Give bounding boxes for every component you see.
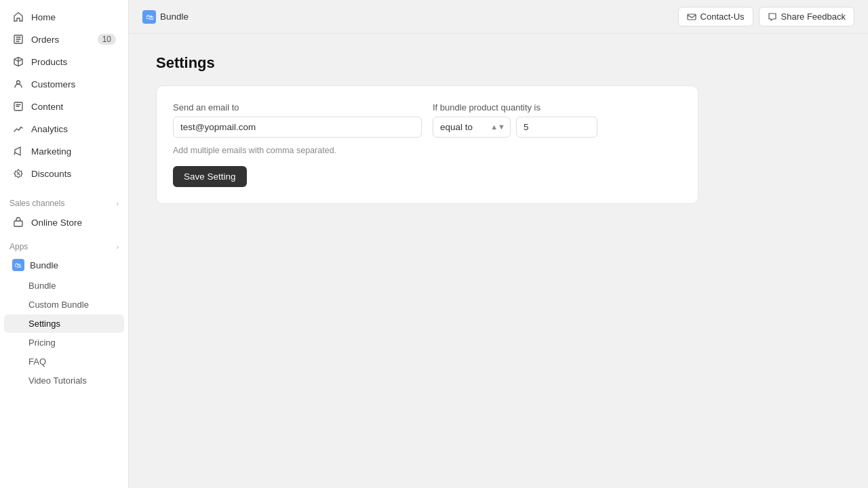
sidebar-item-orders[interactable]: Orders 10 (4, 28, 124, 50)
topbar-actions: Contact-Us Share Feedback (678, 7, 854, 26)
sidebar-item-orders-label: Orders (31, 35, 59, 45)
form-row: Send an email to If bundle product quant… (173, 102, 682, 138)
bundle-parent-label: Bundle (30, 260, 58, 270)
sidebar-item-customers[interactable]: Customers (4, 73, 124, 95)
page-title: Settings (156, 54, 841, 72)
operator-select-wrapper: equal to greater than less than ▲▼ (433, 117, 511, 138)
operator-select[interactable]: equal to greater than less than (433, 117, 511, 138)
feedback-icon (768, 12, 777, 22)
hint-text: Add multiple emails with comma separated… (173, 146, 682, 155)
email-input[interactable] (173, 117, 422, 138)
email-label: Send an email to (173, 102, 422, 113)
apps-section[interactable]: Apps › (0, 234, 128, 254)
quantity-input[interactable] (516, 117, 597, 138)
sidebar-item-discounts[interactable]: Discounts (4, 163, 124, 184)
sidebar-item-settings[interactable]: Settings (4, 314, 124, 333)
home-icon (12, 11, 24, 23)
sidebar-item-marketing[interactable]: Marketing (4, 140, 124, 162)
content-icon (12, 100, 24, 113)
sidebar-item-home-label: Home (31, 12, 56, 22)
sidebar-item-online-store[interactable]: Online Store (4, 211, 124, 233)
bundle-app-icon: 🛍 (12, 259, 24, 271)
customers-icon (12, 78, 24, 90)
sidebar-item-pricing[interactable]: Pricing (4, 333, 124, 352)
orders-icon (12, 33, 24, 45)
discounts-icon (12, 167, 24, 180)
apps-chevron-icon: › (117, 243, 119, 251)
breadcrumb-text: Bundle (160, 12, 189, 22)
contact-us-button[interactable]: Contact-Us (678, 7, 753, 26)
svg-rect-6 (688, 14, 696, 20)
bundle-breadcrumb-icon: 🛍 (142, 10, 156, 24)
save-setting-button[interactable]: Save Setting (173, 166, 247, 187)
email-group: Send an email to (173, 102, 422, 138)
quantity-label: If bundle product quantity is (433, 102, 682, 113)
sidebar-item-bundle-parent[interactable]: 🛍 Bundle (4, 255, 124, 275)
sidebar-item-bundle[interactable]: Bundle (4, 277, 124, 295)
svg-rect-5 (14, 221, 22, 226)
sidebar-item-online-store-label: Online Store (31, 218, 82, 228)
content-area: Settings Send an email to If bundle prod… (129, 34, 868, 488)
sidebar-item-video-tutorials[interactable]: Video Tutorials (4, 371, 124, 390)
sidebar-item-analytics[interactable]: Analytics (4, 118, 124, 140)
sidebar-item-home[interactable]: Home (4, 6, 124, 28)
quantity-group: If bundle product quantity is equal to g… (433, 102, 682, 138)
sidebar-item-discounts-label: Discounts (31, 169, 71, 179)
settings-card: Send an email to If bundle product quant… (156, 85, 698, 204)
sidebar-item-products-label: Products (31, 57, 67, 67)
contact-icon (687, 12, 696, 22)
orders-badge: 10 (98, 34, 116, 45)
sidebar-item-faq[interactable]: FAQ (4, 352, 124, 371)
sidebar-item-marketing-label: Marketing (31, 146, 71, 157)
svg-point-3 (17, 172, 18, 174)
sidebar-item-products[interactable]: Products (4, 51, 124, 73)
sidebar-item-content-label: Content (31, 102, 63, 112)
breadcrumb: 🛍 Bundle (142, 10, 189, 24)
store-icon (12, 216, 24, 228)
svg-point-4 (19, 174, 20, 176)
sidebar-item-analytics-label: Analytics (31, 124, 68, 134)
bundle-sub-items: Bundle Custom Bundle Settings Pricing FA… (0, 276, 128, 390)
sidebar-item-content[interactable]: Content (4, 96, 124, 117)
main-content: 🛍 Bundle Contact-Us Share Feedback Setti… (129, 0, 868, 488)
sales-channels-chevron-icon: › (117, 200, 119, 207)
sidebar-item-custom-bundle[interactable]: Custom Bundle (4, 296, 124, 314)
svg-point-1 (17, 81, 20, 84)
sidebar-item-customers-label: Customers (31, 79, 75, 89)
sidebar: Home Orders 10 Products Customers Cont (0, 0, 129, 488)
topbar: 🛍 Bundle Contact-Us Share Feedback (129, 0, 868, 34)
share-feedback-button[interactable]: Share Feedback (759, 7, 854, 26)
marketing-icon (12, 145, 24, 157)
sales-channels-section[interactable]: Sales channels › (0, 190, 128, 211)
products-icon (12, 56, 24, 68)
analytics-icon (12, 123, 24, 135)
